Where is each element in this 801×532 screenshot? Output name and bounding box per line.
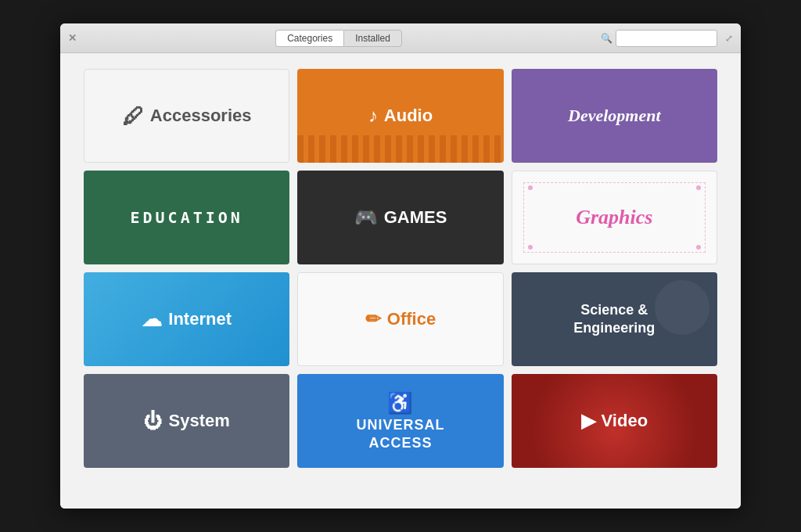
audio-icon: ♪: [368, 105, 378, 127]
tile-label-graphics: Graphics: [576, 206, 652, 229]
category-science[interactable]: Science & Engineering: [512, 272, 717, 366]
universal-icon: ♿: [387, 391, 413, 415]
search-area: 🔍 ⤢: [601, 30, 733, 47]
tile-label-education: EDUCATION: [130, 208, 242, 227]
tile-label-office: ✏ Office: [365, 308, 436, 330]
tile-label-games: 🎮 GAMES: [354, 207, 447, 228]
tile-label-universal: ♿ UNIVERSAL ACCESS: [356, 391, 444, 451]
dot2: [696, 185, 701, 190]
tab-group: Categories Installed: [275, 30, 402, 47]
tile-label-accessories: 🖊 Accessories: [122, 103, 252, 129]
tile-label-science: Science & Engineering: [573, 302, 655, 336]
games-icon: 🎮: [354, 207, 378, 228]
expand-button[interactable]: ⤢: [725, 33, 733, 44]
tile-label-development: Development: [568, 106, 661, 126]
titlebar: ✕ Categories Installed 🔍 ⤢: [60, 23, 741, 53]
search-input[interactable]: [616, 30, 717, 47]
dot1: [528, 185, 533, 190]
video-icon: ▶: [581, 410, 595, 432]
tab-installed[interactable]: Installed: [343, 30, 402, 47]
category-accessories[interactable]: 🖊 Accessories: [84, 69, 289, 163]
category-games[interactable]: 🎮 GAMES: [297, 171, 503, 264]
tab-categories[interactable]: Categories: [275, 30, 343, 47]
category-video[interactable]: ▶ Video: [512, 374, 717, 468]
dot4: [696, 245, 701, 250]
close-button[interactable]: ✕: [68, 32, 77, 44]
accessories-icon: 🖊: [122, 103, 144, 129]
tile-label-internet: ☁ Internet: [142, 307, 232, 332]
category-universal[interactable]: ♿ UNIVERSAL ACCESS: [297, 374, 503, 468]
category-audio[interactable]: ♪ Audio: [297, 69, 503, 163]
category-education[interactable]: EDUCATION: [84, 171, 289, 264]
dot3: [528, 245, 533, 250]
category-development[interactable]: Development: [512, 69, 717, 163]
tile-label-video: ▶ Video: [581, 410, 648, 432]
app-window: ✕ Categories Installed 🔍 ⤢ 🖊 Accessories: [60, 23, 741, 509]
content-area: 🖊 Accessories ♪ Audio Development: [60, 53, 741, 509]
system-icon: ⏻: [144, 410, 163, 432]
category-internet[interactable]: ☁ Internet: [84, 272, 289, 366]
category-office[interactable]: ✏ Office: [297, 272, 503, 366]
categories-grid: 🖊 Accessories ♪ Audio Development: [84, 69, 717, 468]
office-icon: ✏: [365, 308, 381, 330]
tile-label-system: ⏻ System: [144, 410, 230, 432]
tile-label-audio: ♪ Audio: [368, 105, 433, 127]
internet-icon: ☁: [142, 307, 162, 332]
category-graphics[interactable]: Graphics: [512, 171, 717, 264]
search-icon: 🔍: [601, 33, 612, 44]
category-system[interactable]: ⏻ System: [84, 374, 289, 468]
